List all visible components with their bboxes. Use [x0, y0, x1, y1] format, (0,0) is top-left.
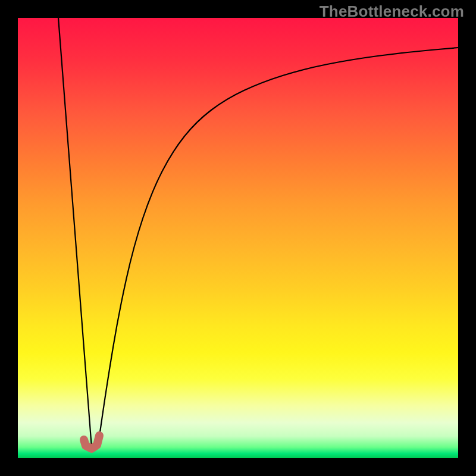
chart-frame: TheBottleneck.com	[0, 0, 476, 476]
watermark-text: TheBottleneck.com	[320, 2, 464, 21]
bottleneck-curve	[18, 18, 458, 458]
